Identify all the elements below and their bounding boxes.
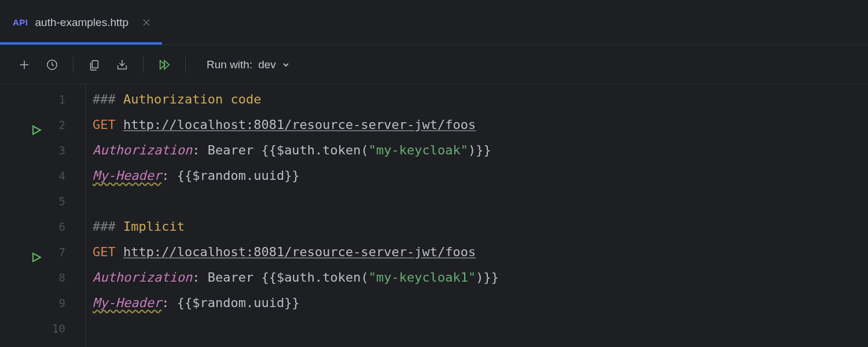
run-all-button[interactable]	[152, 52, 177, 77]
chevron-down-icon	[282, 61, 290, 69]
add-request-button[interactable]	[12, 52, 37, 77]
code-token: http://localhost:8081/resource-server-jw…	[123, 245, 476, 259]
plus-icon	[18, 58, 31, 71]
code-token: )}}	[468, 143, 491, 157]
code-token: Authorization code	[123, 92, 261, 106]
toolbar-separator	[143, 57, 144, 73]
line-number: 4	[0, 163, 85, 189]
code-line[interactable]: My-Header: {{$random.uuid}}	[93, 163, 868, 189]
run-icon	[31, 252, 42, 263]
code-line[interactable]: ### Authorization code	[93, 87, 868, 112]
code-token: Implicit	[123, 219, 185, 234]
http-toolbar: Run with: dev	[0, 45, 868, 84]
run-request-gutter-button[interactable]	[31, 119, 42, 131]
code-line[interactable]: GET http://localhost:8081/resource-serve…	[93, 239, 868, 265]
svg-rect-1	[92, 60, 98, 68]
code-token: ###	[93, 92, 123, 106]
code-token: : {{$random.uuid}}	[161, 296, 299, 310]
editor-tabbar: API auth-examples.http	[0, 0, 868, 45]
code-token: : Bearer {{$auth.token(	[192, 270, 369, 285]
code-line[interactable]	[93, 189, 868, 214]
code-token: )}}	[476, 270, 499, 285]
import-icon	[116, 58, 128, 71]
code-editor[interactable]: 12345678910 ### Authorization codeGET ht…	[0, 84, 868, 347]
code-token: "my-keycloak"	[369, 143, 468, 157]
run-icon	[31, 124, 42, 136]
code-token: "my-keycloak1"	[369, 270, 476, 285]
editor-gutter: 12345678910	[0, 84, 86, 347]
code-line[interactable]: ### Implicit	[93, 214, 868, 239]
run-request-gutter-button[interactable]	[31, 246, 42, 258]
line-number: 7	[0, 239, 85, 265]
tab-filename: auth-examples.http	[35, 16, 129, 29]
close-icon	[142, 19, 150, 27]
code-token: My-Header	[93, 296, 161, 310]
line-number: 2	[0, 112, 85, 138]
close-tab-button[interactable]	[141, 17, 152, 28]
line-number: 10	[0, 316, 85, 341]
code-token: : {{$random.uuid}}	[161, 168, 299, 183]
document-copy-icon	[88, 58, 101, 71]
code-token: GET	[93, 117, 123, 132]
toolbar-separator	[185, 57, 186, 73]
code-token: My-Header	[93, 168, 161, 183]
code-line[interactable]: Authorization: Bearer {{$auth.token("my-…	[93, 265, 868, 290]
tab-auth-examples[interactable]: API auth-examples.http	[0, 0, 162, 45]
code-line[interactable]: My-Header: {{$random.uuid}}	[93, 290, 868, 316]
import-button[interactable]	[109, 52, 135, 77]
code-token: Authorization	[93, 143, 192, 157]
code-line[interactable]: Authorization: Bearer {{$auth.token("my-…	[93, 138, 868, 163]
code-token: Authorization	[93, 270, 192, 285]
run-all-icon	[158, 58, 171, 71]
line-number: 1	[0, 87, 85, 112]
line-number: 5	[0, 189, 85, 214]
http-file-icon: API	[13, 17, 28, 27]
history-button[interactable]	[39, 52, 65, 77]
run-with-environment: dev	[258, 58, 276, 71]
code-line[interactable]: GET http://localhost:8081/resource-serve…	[93, 112, 868, 138]
toolbar-separator	[73, 57, 73, 73]
history-icon	[46, 58, 58, 71]
code-line[interactable]	[93, 316, 868, 341]
line-number: 6	[0, 214, 85, 239]
code-token: GET	[93, 245, 123, 259]
run-with-label: Run with:	[207, 58, 252, 71]
line-number: 3	[0, 138, 85, 163]
run-with-dropdown[interactable]: Run with: dev	[202, 55, 295, 75]
line-number: 9	[0, 290, 85, 316]
code-token: http://localhost:8081/resource-server-jw…	[123, 117, 476, 132]
examples-button[interactable]	[82, 52, 107, 77]
editor-code-area[interactable]: ### Authorization codeGET http://localho…	[86, 84, 868, 347]
code-token: ###	[93, 219, 123, 234]
code-token: : Bearer {{$auth.token(	[192, 143, 369, 157]
line-number: 8	[0, 265, 85, 290]
